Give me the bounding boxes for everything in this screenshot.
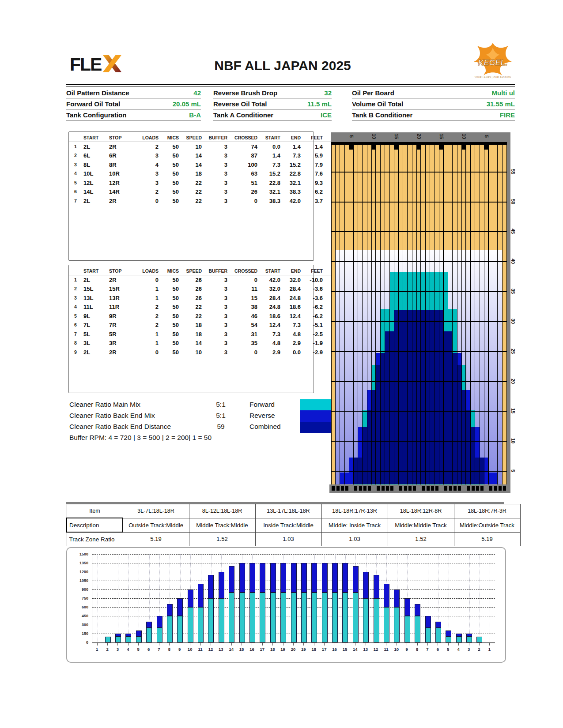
lane-footer-tick [336,486,340,491]
forward-bar-segment [291,593,297,642]
table-cell: Middle Track:Middle [189,518,255,532]
table-cell: 6L [82,151,108,161]
table-cell: 5 [69,178,82,188]
info-value: 20.05 mL [173,100,201,108]
lane-board-column [421,142,426,484]
table-cell: 12L [82,178,108,188]
forward-bar-segment [219,598,224,642]
x-axis-tick [469,643,469,645]
table-cell: 13L-17L:18L-18R [255,504,321,518]
reverse-bar-segment [374,575,379,598]
table-cell: 4.8 [259,339,282,348]
flex-logo-x-icon [102,55,121,74]
forward-bar-segment [136,637,142,642]
x-axis-tick [169,643,170,645]
x-axis-tick [438,643,438,645]
lane-distance-gridline [331,441,507,442]
table-row: 75L5R150183317.34.8-2.51550 [69,330,347,339]
info-cell: Forward Oil Total20.05 mL [66,98,201,109]
lane-board-column [345,142,349,484]
info-cell: Tank B ConditionerFIRE [352,109,515,120]
table-cell: -2.5 [302,330,324,339]
forward-bar-segment [249,593,255,642]
lane-board-column [349,142,354,484]
table-cell: 2R [108,348,136,357]
table-cell: 3 [69,293,82,303]
column-header: START [82,132,108,142]
table-cell: 12.4 [259,321,282,330]
x-axis-tick [407,643,407,645]
table-cell: 28.4 [259,293,282,303]
legend-combined-swatch [300,422,332,433]
lane-board-column [453,142,457,484]
table-cell: 50 [160,275,180,285]
table-cell: Outside Track:Middle [123,518,189,532]
table-cell: 11 [229,285,259,294]
kegel-logo: KEGEL. YOUR LANES | OUR PASSION [471,42,515,83]
lane-footer-tick [345,486,348,491]
x-axis-tick [489,643,490,645]
x-axis-tick [386,643,386,645]
lane-footer-tick [499,486,502,491]
lane-distance-label: 15 [510,407,516,414]
table-cell: 10R [108,169,136,179]
table-cell: 18 [180,169,203,179]
info-value: 11.5 mL [307,100,332,108]
header-rule-2 [66,86,515,86]
header-rule [66,84,515,85]
x-axis-tick-label: 9 [402,647,411,652]
reverse-bar-segment [404,598,410,616]
lane-board-column [417,142,421,484]
info-row-3: Tank ConfigurationB-A Tank A Conditioner… [66,109,515,120]
y-axis-tick-label: 1200 [70,570,88,574]
x-axis-tick-label: 19 [279,647,287,652]
y-axis-tick-label: 900 [70,587,88,592]
reverse-bar-segment [229,566,234,593]
x-axis-tick-label: 8 [413,647,422,652]
lane-footer-tick [382,486,385,491]
table-cell: 22.8 [282,169,302,179]
page-title: NBF ALL JAPAN 2025 [159,58,406,73]
lane-footer-tick [404,486,407,491]
table-cell: 14 [180,160,203,169]
forward-bar-segment [239,593,245,642]
kegel-phoenix-icon: KEGEL. [471,42,515,76]
oil-pattern-sheet: FLE NBF ALL JAPAN 2025 KEGEL. YOUR LANES… [0,0,563,728]
x-axis-tick-label: 1 [485,647,494,652]
x-axis-tick-label: 16 [247,647,256,652]
table-cell: 1.03 [321,532,388,546]
table-cell: MIddle: Inside Track [321,518,388,532]
vertical-gridline [98,554,98,642]
x-axis-tick-label: 1 [93,647,102,652]
table-cell: 3 [69,160,82,169]
legend-combined-label: Combined [249,423,281,431]
lane-board-column [493,142,498,484]
x-axis-tick [252,643,252,645]
reverse-bar-segment [208,575,214,598]
info-cell: Tank ConfigurationB-A [66,109,201,120]
table-row: 313L13R1502631528.424.8-3.6750 [69,293,347,303]
table-cell: 0 [229,275,259,285]
lane-board-column [498,142,502,484]
column-header: BUFFER [203,265,229,275]
reverse-bar-segment [466,634,472,637]
info-value: FIRE [500,111,515,119]
lane-board-axis-label: 20 [416,133,422,140]
forward-bar-segment [280,593,286,642]
table-cell: 14 [180,339,203,348]
info-value: 42 [193,89,201,97]
column-header: STOP [108,132,136,142]
table-cell: -6.2 [302,311,324,321]
x-axis-line [92,642,495,643]
lane-footer-tick [363,486,367,491]
lane-pattern-graph: 510152015105555045403530252015105 [331,132,517,495]
lane-footer-tick [427,486,430,491]
x-axis-tick-label: 10 [392,647,401,652]
table-cell: 51 [229,178,259,188]
lane-board-column [471,142,475,484]
info-label: Forward Oil Total [66,100,120,108]
table-cell: -1.9 [302,339,324,348]
reverse-bar-segment [446,630,451,636]
table-cell: 50 [160,293,180,303]
table-cell: 15R [108,285,136,294]
